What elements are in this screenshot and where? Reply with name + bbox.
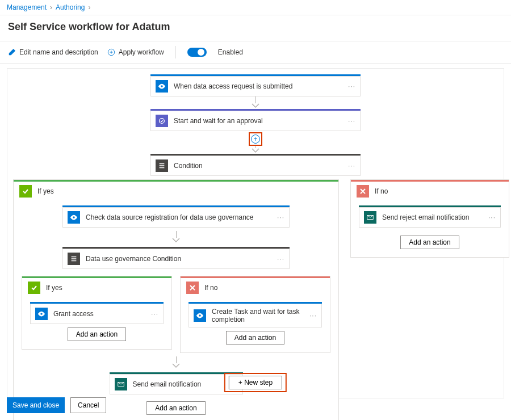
branch-label: If yes <box>46 284 62 292</box>
branch-label: If no <box>204 284 217 292</box>
page-title: Self Service workflow for Adatum <box>0 15 511 41</box>
add-action-button[interactable]: Add an action <box>146 401 205 415</box>
cancel-button[interactable]: Cancel <box>70 397 106 413</box>
node-menu-button[interactable] <box>277 255 284 263</box>
node-label: Create Task and wait for task completion <box>212 308 304 324</box>
condition-icon <box>68 253 80 265</box>
node-trigger[interactable]: When data access request is submitted <box>150 76 361 96</box>
node-menu-button[interactable] <box>277 213 284 221</box>
node-menu-button[interactable] <box>348 117 355 125</box>
save-and-close-button[interactable]: Save and close <box>7 397 65 413</box>
chevron-right-icon: › <box>88 3 90 11</box>
enabled-toggle[interactable] <box>187 48 207 57</box>
node-menu-button[interactable] <box>488 213 496 221</box>
pencil-icon <box>8 48 16 56</box>
edit-name-description-button[interactable]: Edit name and description <box>8 48 98 56</box>
node-label: Grant access <box>53 310 94 318</box>
check-icon <box>28 282 40 294</box>
node-label: Data use governance Condition <box>86 255 181 263</box>
x-icon <box>357 185 369 198</box>
plus-circle-icon <box>107 48 115 56</box>
breadcrumb-authoring[interactable]: Authoring <box>56 3 85 11</box>
enabled-label: Enabled <box>218 48 243 56</box>
eye-icon <box>194 309 206 322</box>
eye-icon <box>156 80 168 93</box>
node-governance-condition[interactable]: Data use governance Condition <box>62 249 290 269</box>
condition-icon <box>156 159 168 172</box>
connector-arrow-icon <box>252 146 259 154</box>
branch-label: If yes <box>37 187 54 195</box>
node-send-email[interactable]: Send email notification <box>110 374 243 394</box>
apply-label: Apply workflow <box>119 48 164 56</box>
command-bar: Edit name and description Apply workflow… <box>0 41 511 64</box>
branch-if-yes: If yes Check data source registration fo… <box>13 179 339 420</box>
node-menu-button[interactable] <box>348 82 355 90</box>
node-grant-access[interactable]: Grant access <box>30 304 164 324</box>
branch-if-no: If no Send reject email notification Add… <box>350 179 509 258</box>
x-icon <box>186 282 199 294</box>
connector-arrow-icon <box>172 356 180 369</box>
node-label: Check data source registration for data … <box>86 213 254 221</box>
node-label: When data access request is submitted <box>174 82 292 90</box>
node-send-reject-email[interactable]: Send reject email notification <box>359 207 501 228</box>
command-divider <box>175 46 176 58</box>
approval-icon <box>156 115 168 127</box>
inner-branch-if-no: If no Create Task and wait for task comp… <box>180 276 330 353</box>
node-label: Condition <box>174 162 203 170</box>
node-check-registration[interactable]: Check data source registration for data … <box>62 207 290 228</box>
node-menu-button[interactable] <box>309 312 317 320</box>
node-label: Start and wait for an approval <box>174 117 263 125</box>
workflow-canvas: When data access request is submitted St… <box>7 68 504 398</box>
node-create-task[interactable]: Create Task and wait for task completion <box>189 304 322 327</box>
connector-arrow-icon <box>172 231 180 243</box>
node-menu-button[interactable] <box>348 162 355 170</box>
add-action-button[interactable]: Add an action <box>400 236 459 249</box>
node-condition[interactable]: Condition <box>150 156 361 176</box>
add-action-button[interactable]: Add an action <box>68 327 126 341</box>
node-approval[interactable]: Start and wait for an approval <box>150 111 361 131</box>
new-step-button[interactable]: + New step <box>229 376 282 389</box>
breadcrumb-management[interactable]: Management <box>7 3 47 11</box>
branch-label: If no <box>375 187 388 195</box>
node-menu-button[interactable] <box>151 310 158 318</box>
connector-arrow-icon <box>252 96 259 109</box>
edit-label: Edit name and description <box>19 48 98 56</box>
insert-step-button[interactable]: + <box>251 135 260 144</box>
breadcrumb: Management › Authoring › <box>0 0 511 15</box>
node-label: Send reject email notification <box>382 213 469 221</box>
add-action-button[interactable]: Add an action <box>226 331 284 345</box>
inner-branch-if-yes: If yes Grant access Add <box>22 276 172 350</box>
chevron-right-icon: › <box>50 3 52 11</box>
eye-icon <box>68 211 80 224</box>
eye-icon <box>35 308 48 320</box>
mail-icon <box>115 378 127 390</box>
apply-workflow-button[interactable]: Apply workflow <box>107 48 164 56</box>
mail-icon <box>364 211 376 224</box>
check-icon <box>19 185 32 198</box>
node-label: Send email notification <box>133 380 202 388</box>
